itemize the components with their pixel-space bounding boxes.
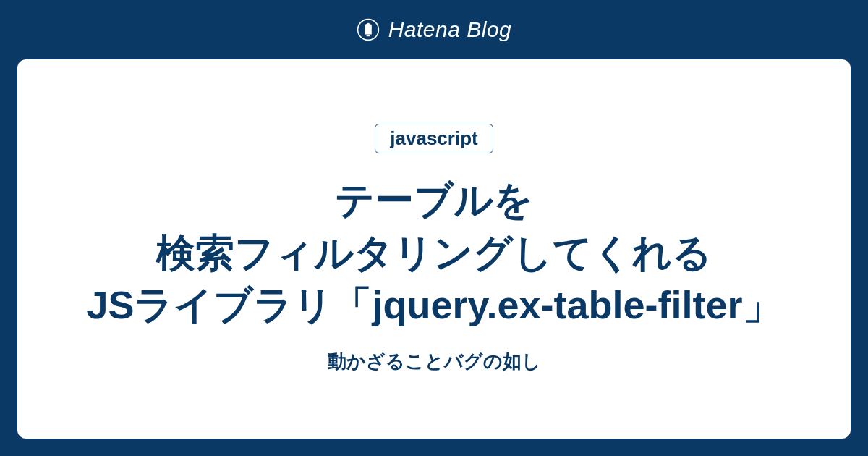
- blog-subtitle: 動かざることバグの如し: [328, 349, 541, 374]
- category-badge: javascript: [375, 124, 493, 153]
- header: Hatena Blog: [0, 0, 868, 59]
- card: javascript テーブルを検索フィルタリングしてくれるJSライブラリ「jq…: [17, 59, 851, 439]
- hatena-logo-icon: [357, 18, 380, 41]
- article-title: テーブルを検索フィルタリングしてくれるJSライブラリ「jquery.ex-tab…: [86, 174, 781, 332]
- logo-text: Hatena Blog: [388, 17, 512, 42]
